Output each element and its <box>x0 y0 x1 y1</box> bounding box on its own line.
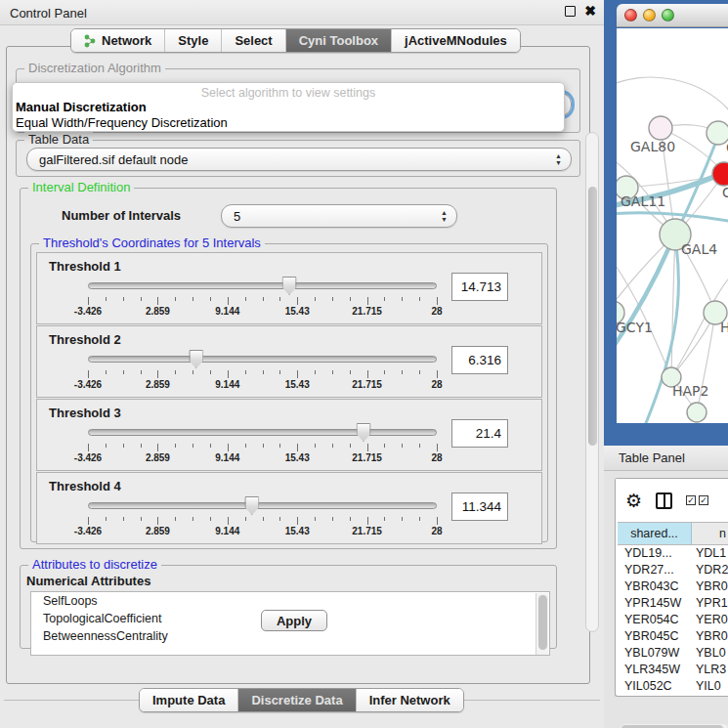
tab-style[interactable]: Style <box>165 29 222 52</box>
slider-tick-labels: -3.4262.8599.14415.4321.71528 <box>88 526 437 539</box>
network-canvas[interactable]: GAL80GCGAL11GAL4GCY1HHAP2 <box>617 28 728 423</box>
network-node-gal80[interactable] <box>649 116 672 140</box>
cell-name[interactable]: YPR1 <box>692 595 728 612</box>
tick-mark <box>315 517 316 521</box>
slider-ticks <box>88 297 437 305</box>
cell-shared-name[interactable]: YIL052C <box>618 678 692 695</box>
cell-name[interactable]: YBL0 <box>692 645 728 662</box>
cell-shared-name[interactable]: YBL079W <box>618 645 692 662</box>
close-traffic-light-icon[interactable] <box>624 9 637 21</box>
thresholds-group: Threshold's Coordinates for 5 Intervals … <box>30 243 548 542</box>
network-node-g[interactable] <box>707 121 728 145</box>
tab-jactivemnodules[interactable]: jActiveMNodules <box>392 29 520 52</box>
slider-track[interactable] <box>88 502 437 509</box>
gear-icon[interactable]: ⚙ <box>625 491 642 510</box>
tab-select[interactable]: Select <box>222 29 285 52</box>
number-of-intervals-combobox[interactable]: 5 ▲▼ <box>221 204 457 228</box>
network-node-c[interactable] <box>712 162 728 186</box>
cell-shared-name[interactable]: YLR345W <box>618 662 692 678</box>
algorithm-option[interactable]: Equal Width/Frequency Discretization <box>16 115 228 130</box>
algorithm-option[interactable]: Manual Discretization <box>16 100 147 114</box>
tick-mark <box>437 517 438 525</box>
cell-name[interactable]: YLR3 <box>692 662 728 678</box>
table-row[interactable]: YPR145WYPR1 <box>618 595 728 612</box>
tab-network[interactable]: Network <box>71 29 165 52</box>
tick-label: 28 <box>431 306 442 317</box>
cell-name[interactable]: YER0 <box>692 612 728 628</box>
minimize-traffic-light-icon[interactable] <box>643 9 656 21</box>
tab-impute-data[interactable]: Impute Data <box>140 689 238 711</box>
threshold-slider[interactable]: -3.4262.8599.14415.4321.71528 <box>88 350 437 395</box>
cell-name[interactable]: YBR0 <box>692 628 728 645</box>
tick-label: 21.715 <box>352 379 382 390</box>
slider-ticks <box>88 517 437 525</box>
table-horizontal-scrollbar[interactable] <box>621 724 728 728</box>
network-window-titlebar[interactable] <box>617 4 728 27</box>
interval-definition-group: Interval Definition Number of Intervals … <box>20 188 557 549</box>
table-row[interactable]: YLR345WYLR3 <box>618 662 728 678</box>
threshold-value-field[interactable] <box>451 346 508 374</box>
tick-label: 2.859 <box>146 379 170 390</box>
cell-shared-name[interactable]: YDR27... <box>618 562 692 578</box>
apply-button[interactable]: Apply <box>261 610 327 631</box>
table-row[interactable]: YBR043CYBR0 <box>618 578 728 595</box>
table-row[interactable]: YBL079WYBL0 <box>618 645 728 662</box>
slider-track[interactable] <box>88 282 437 289</box>
threshold-slider[interactable]: -3.4262.8599.14415.4321.71528 <box>88 277 437 321</box>
tick-mark <box>419 517 420 521</box>
close-icon[interactable]: ✖ <box>584 6 596 17</box>
tab-cyni-toolbox[interactable]: Cyni Toolbox <box>286 29 392 52</box>
tab-label: Discretize Data <box>251 693 342 707</box>
table-row[interactable]: YBR045CYBR0 <box>618 628 728 645</box>
threshold-value-field[interactable] <box>451 419 508 448</box>
table-row[interactable]: YDR27...YDR2 <box>618 562 728 578</box>
cell-name[interactable]: YIL0 <box>692 678 728 695</box>
tick-label: 2.859 <box>146 526 170 536</box>
scrollbar-thumb[interactable] <box>538 595 547 650</box>
table-row[interactable]: YER054CYER0 <box>618 612 728 628</box>
cell-name[interactable]: YDL1 <box>692 545 728 562</box>
tick-mark <box>297 444 298 451</box>
table-row[interactable]: YDL19...YDL1 <box>618 545 728 562</box>
cell-shared-name[interactable]: YDL19... <box>618 545 692 562</box>
tab-discretize-data[interactable]: Discretize Data <box>238 689 356 711</box>
checkbox-icon[interactable]: ✓ <box>699 495 708 505</box>
attribute-list-item[interactable]: SelfLoops <box>31 592 549 610</box>
threshold-value-field[interactable] <box>451 273 508 301</box>
cell-shared-name[interactable]: YER054C <box>618 612 692 628</box>
threshold-value-field[interactable] <box>451 492 508 521</box>
slider-track[interactable] <box>88 429 437 436</box>
threshold-slider[interactable]: -3.4262.8599.14415.4321.71528 <box>88 496 437 541</box>
column-header-shared-name[interactable]: shared... <box>618 523 692 544</box>
table-row[interactable]: YIL052CYIL0 <box>618 678 728 695</box>
tab-infer-network[interactable]: Infer Network <box>357 689 463 711</box>
threshold-panel: Threshold 2 -3.4262.8599.14415.4321.7152… <box>36 325 542 398</box>
cell-name[interactable]: YDR2 <box>692 562 728 578</box>
attributes-scrollbar[interactable] <box>535 593 548 656</box>
column-header-name[interactable]: n <box>692 523 728 544</box>
table-data-combobox[interactable]: galFiltered.sif default node ▲▼ <box>26 148 572 171</box>
columns-icon[interactable] <box>656 492 672 509</box>
scrollbar-thumb[interactable] <box>588 187 597 446</box>
tick-mark <box>332 297 333 301</box>
numerical-attributes-label: Numerical Attributes <box>26 574 150 588</box>
threshold-label: Threshold 4 <box>49 479 121 493</box>
cell-shared-name[interactable]: YBR045C <box>618 628 692 645</box>
zoom-traffic-light-icon[interactable] <box>662 9 674 21</box>
slider-thumb[interactable] <box>189 350 203 368</box>
slider-thumb[interactable] <box>282 277 297 295</box>
slider-thumb[interactable] <box>244 496 259 515</box>
control-panel-scrollbar[interactable] <box>585 132 599 632</box>
slider-thumb[interactable] <box>357 423 371 442</box>
slider-track[interactable] <box>88 356 437 363</box>
cell-shared-name[interactable]: YPR145W <box>618 595 692 612</box>
tick-label: 2.859 <box>146 452 170 463</box>
node-label: GAL11 <box>621 193 665 209</box>
checkbox-icon[interactable]: ✓ <box>686 495 696 505</box>
tick-label: 15.43 <box>285 526 310 536</box>
network-node[interactable] <box>687 403 707 422</box>
float-window-icon[interactable] <box>565 6 576 17</box>
threshold-slider[interactable]: -3.4262.8599.14415.4321.71528 <box>88 423 437 468</box>
cell-name[interactable]: YBR0 <box>692 578 728 595</box>
cell-shared-name[interactable]: YBR043C <box>618 578 692 595</box>
